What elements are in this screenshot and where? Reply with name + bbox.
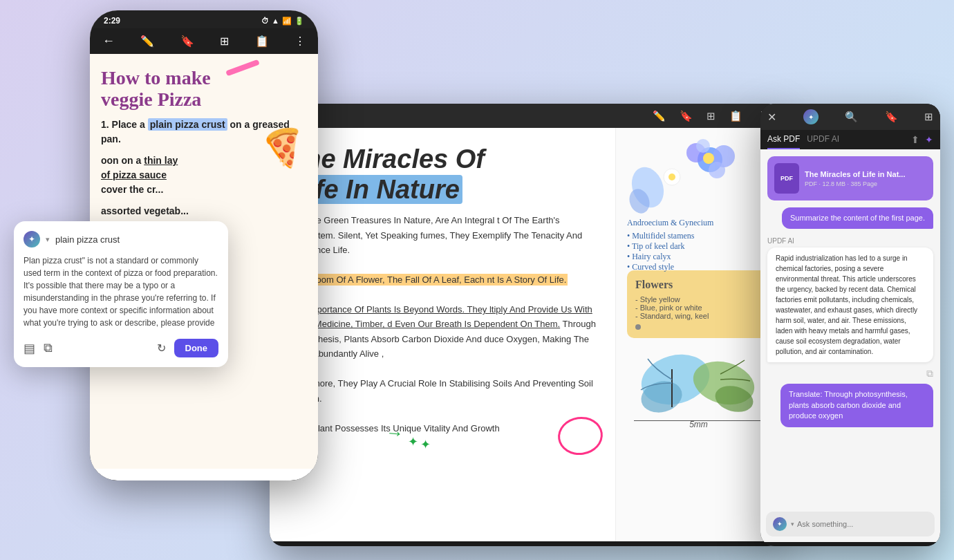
tablet-main-content: The Miracles Of Life In Nature nts, The … [270, 128, 615, 541]
tablet-grid-icon[interactable]: ⊞ [707, 110, 716, 122]
chat-user-bubble-2: Translate: Through photosynthesis, plant… [780, 384, 933, 427]
dot-marker [635, 324, 641, 330]
doc-para-1: nts, The Green Treasures In Nature, Are … [289, 213, 596, 257]
grid-icon[interactable]: ⊞ [220, 35, 229, 48]
handwriting-item-4: Curved style [627, 262, 770, 272]
sparkle-icon[interactable]: ✦ [925, 134, 933, 145]
phone-toolbar: ← ✏️ 🔖 ⊞ 📋 ⋮ [90, 28, 318, 54]
phone-status-bar: 2:29 ⏱ ▲ 📶 🔋 [90, 10, 318, 28]
chat-input-logo-icon: ✦ [773, 517, 787, 531]
chat-input-chevron[interactable]: ▾ [791, 521, 794, 528]
right-tabs: Ask PDF UPDF AI ⬆ ✦ [760, 130, 940, 149]
back-icon[interactable]: ← [102, 34, 115, 48]
layers-icon[interactable]: ▤ [24, 341, 35, 356]
ai-popup-header: ✦ ▾ plain pizza crust [24, 231, 218, 248]
doc-para-furthermore: urthermore, They Play A Crucial Role In … [289, 376, 596, 406]
flower-svg [627, 139, 765, 229]
bookmark-right-icon[interactable]: 🔖 [885, 111, 898, 123]
butterfly-svg [627, 345, 765, 428]
highlight-plain-pizza-crust: plain pizza crust [148, 118, 227, 131]
pizza-title-line2: veggie Pizza [101, 88, 201, 110]
annotation-star2-icon: ✦ [420, 437, 431, 452]
alive-text: Alive , [359, 348, 384, 359]
doc-para-underline: The Importance Of Plants Is Beyond Words… [289, 302, 596, 362]
phone-status-icons: ⏱ ▲ 📶 🔋 [261, 17, 304, 26]
upload-icon[interactable]: ⬆ [911, 134, 919, 145]
copy-icon[interactable]: 📋 [255, 35, 269, 48]
thin-layer-text: thin layof pizza sauce [101, 155, 178, 180]
ai-logo-right-icon: ✦ [803, 109, 819, 124]
chat-copy-container: ⧉ [760, 368, 940, 384]
tab-ask-pdf[interactable]: Ask PDF [767, 134, 800, 149]
grid-right-icon[interactable]: ⊞ [924, 111, 933, 123]
doc-body: nts, The Green Treasures In Nature, Are … [289, 213, 596, 436]
flowers-box-title: Flowers [635, 279, 762, 291]
pizza-title-line1: How to make [101, 67, 211, 88]
signal-icon: 📶 [282, 17, 292, 26]
chat-input-field[interactable] [797, 520, 928, 528]
done-button[interactable]: Done [174, 339, 219, 357]
bookmark-icon[interactable]: 🔖 [180, 35, 194, 48]
ai-popup-footer: ▤ ⧉ ↻ Done [24, 339, 218, 357]
battery-icon: 🔋 [294, 17, 304, 26]
flowers-info-box: Flowers Style yellow Blue, pink or white… [627, 270, 770, 338]
chat-copy-icon[interactable]: ⧉ [926, 368, 933, 380]
search-icon[interactable]: 🔍 [845, 111, 858, 123]
pizza-title: How to make veggie Pizza [101, 68, 307, 111]
svg-point-7 [668, 174, 675, 180]
annotation-arrow-icon: → [385, 422, 405, 445]
tablet-bookmark-icon[interactable]: 🔖 [680, 110, 693, 122]
more-icon[interactable]: ⋮ [294, 35, 306, 48]
handwriting-item-2: Tip of keel dark [627, 241, 770, 252]
ai-popup: ✦ ▾ plain pizza crust Plan pizza crust" … [14, 221, 228, 367]
pdf-meta: PDF · 12.8 MB · 385 Page [805, 180, 926, 187]
phone-time: 2:29 [104, 16, 120, 26]
tablet-right-device: ✕ ✦ 🔍 🔖 ⊞ Ask PDF UPDF AI ⬆ ✦ PDF The Mi… [760, 104, 940, 546]
pencil-icon[interactable]: ✏️ [140, 35, 154, 48]
flower-illustration: Androecium & Gynecium Multifidel stamens… [627, 139, 770, 229]
pdf-card[interactable]: PDF The Miracles of Life in Nat... PDF ·… [767, 156, 933, 200]
refresh-icon[interactable]: ↻ [157, 342, 166, 355]
tablet-content: The Miracles Of Life In Nature nts, The … [270, 128, 781, 541]
chat-user-bubble-2-container: Translate: Through photosynthesis, plant… [760, 384, 940, 432]
copy-small-icon[interactable]: ⧉ [44, 341, 53, 356]
flower-item-3: Standard, wing, keel [635, 312, 762, 320]
handwriting-item-1: Multifidel stamens [627, 231, 770, 241]
svg-point-3 [709, 162, 725, 178]
bottom-illustration: 5mm [627, 345, 770, 442]
annotation-star-icon: ✦ [408, 434, 418, 449]
right-toolbar: ✕ ✦ 🔍 🔖 ⊞ [760, 104, 940, 130]
chat-input-area[interactable]: ✦ ▾ [766, 512, 935, 536]
ai-logo-icon: ✦ [24, 231, 40, 248]
ai-search-bar[interactable]: plain pizza crust [55, 234, 218, 245]
flower-item-2: Blue, pink or white [635, 304, 762, 312]
doc-para-highlighted: The Bloom Of A Flower, The Fall Of A Lea… [289, 272, 596, 287]
highlight-bloom-text: The Bloom Of A Flower, The Fall Of A Lea… [289, 274, 568, 286]
importance-text: The Importance Of Plants Is Beyond Words… [289, 304, 592, 329]
pdf-file-icon: PDF [774, 163, 799, 194]
svg-point-4 [696, 139, 710, 153]
pdf-info: The Miracles of Life in Nat... PDF · 12.… [805, 169, 926, 187]
flowers-list: Style yellow Blue, pink or white Standar… [635, 295, 762, 320]
smm-label: 5mm [689, 420, 708, 429]
clock-icon: ⏱ [261, 17, 269, 25]
flower-item-1: Style yellow [635, 295, 762, 304]
ai-footer-icons: ▤ ⧉ [24, 341, 53, 356]
chat-ai-label: UPDF AI [767, 237, 933, 245]
doc-para-vitality: Each Plant Possesses Its Unique Vitality… [289, 421, 596, 436]
chat-user-bubble-1-container: Summarize the content of the first page. [760, 207, 940, 234]
chat-user-bubble-1: Summarize the content of the first page. [782, 207, 933, 229]
tablet-center-toolbar: ✏️ 🔖 ⊞ 📋 ⋮ [270, 104, 781, 128]
doc-title: The Miracles Of Life In Nature [289, 144, 596, 205]
handwriting-list: Multifidel stamens Tip of keel dark Hair… [627, 231, 770, 272]
close-icon[interactable]: ✕ [767, 111, 776, 124]
ai-popup-body: Plan pizza crust" is not a standard or c… [24, 254, 218, 329]
doc-title-line1: The Miracles Of [289, 144, 485, 174]
tab-updf-ai[interactable]: UPDF AI [807, 134, 839, 149]
tablet-copy-icon[interactable]: 📋 [729, 110, 742, 122]
wifi-icon: ▲ [272, 17, 279, 25]
right-tab-icons: ⬆ ✦ [911, 134, 933, 149]
right-body: PDF The Miracles of Life in Nat... PDF ·… [760, 149, 940, 542]
tablet-pencil-icon[interactable]: ✏️ [653, 110, 666, 122]
handwriting-item-3: Hairy calyx [627, 252, 770, 262]
